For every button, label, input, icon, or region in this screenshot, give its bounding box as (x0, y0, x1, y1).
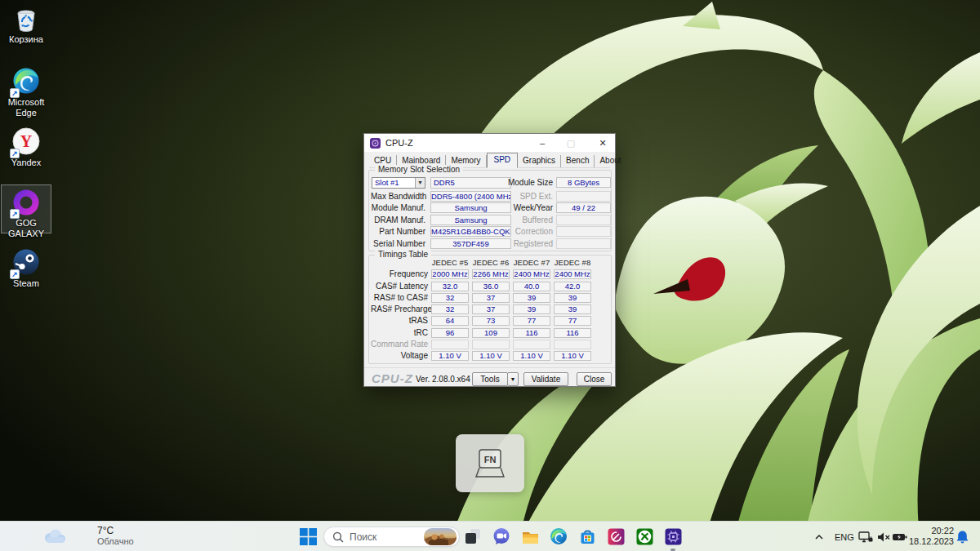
maximize-button[interactable]: ▢ (560, 134, 581, 152)
timings-cell (431, 340, 469, 349)
xbox-button[interactable] (635, 527, 654, 546)
weather-temp: 7°C (97, 525, 134, 536)
chevron-down-icon[interactable]: ▼ (415, 178, 425, 188)
volume-muted[interactable] (876, 522, 891, 551)
search-box[interactable]: Поиск (323, 527, 460, 547)
timings-row-label: Frequency (371, 269, 428, 279)
timings-column-header: JEDEC #7 (513, 258, 550, 268)
slot-type-field: DDR5 (430, 177, 511, 189)
desktop-icon-label: Yandex (0, 158, 52, 168)
timings-cell: 1.10 V (472, 351, 510, 361)
tray-time: 20:22 (905, 526, 954, 536)
language-indicator[interactable]: ENG (835, 522, 854, 551)
search-highlight-image[interactable] (424, 528, 457, 545)
tab-graphics[interactable]: Graphics (518, 155, 561, 167)
gog-galaxy-icon: ↗ (11, 188, 41, 217)
field-label: Serial Number (371, 238, 425, 249)
tab-spd[interactable]: SPD (487, 153, 519, 168)
timings-cell: 1.10 V (513, 351, 550, 361)
windows-logo-icon (300, 528, 317, 545)
desktop-icon-recycle-bin[interactable]: Корзина (0, 4, 52, 45)
timings-grid: JEDEC #5JEDEC #6JEDEC #7JEDEC #8Frequenc… (371, 258, 591, 363)
start-button[interactable] (298, 527, 318, 546)
slot-select-dropdown[interactable]: Slot #1 ▼ (372, 177, 425, 189)
yandex-icon: Y ↗ (11, 127, 41, 157)
amd-adrenalin-button[interactable] (606, 527, 626, 546)
microsoft-store-button[interactable] (577, 527, 597, 546)
field-label: SPD Ext. (501, 191, 553, 202)
close-action-button[interactable]: Close (577, 372, 612, 386)
timings-cell: 116 (554, 328, 591, 338)
notification-center-button[interactable] (956, 522, 969, 551)
timings-cell: 37 (472, 293, 510, 303)
clock[interactable]: 20:22 18.12.2023 (905, 526, 954, 547)
timings-cell: 32.0 (431, 282, 469, 291)
edge-icon (550, 527, 568, 545)
timings-cell: 39 (554, 293, 591, 303)
weather-widget[interactable]: 7°C Облачно (41, 525, 134, 547)
field-label: Module Size (501, 177, 553, 188)
timings-row: RAS# Precharge32373939 (371, 304, 591, 314)
memory-right-rows: Module Size8 GBytesSPD Ext.Week/Year49 /… (501, 177, 611, 250)
memory-left-rows: Max BandwidthDDR5-4800 (2400 MHz)Module … (371, 191, 511, 250)
desktop-icon-label: Microsoft Edge (0, 97, 52, 118)
shortcut-arrow-icon: ↗ (10, 269, 20, 279)
timings-cell: 77 (513, 316, 550, 326)
timings-row: CAS# Latency32.036.040.042.0 (371, 282, 591, 291)
tray-overflow-button[interactable] (813, 522, 825, 551)
field-value: 49 / 22 (556, 202, 611, 213)
field-label: DRAM Manuf. (371, 215, 425, 225)
timings-cell: 1.10 V (431, 351, 469, 361)
task-view-button[interactable] (463, 527, 483, 546)
timings-cell: 96 (431, 328, 469, 338)
recycle-bin-icon (11, 4, 41, 33)
cpuz-app-icon (370, 138, 381, 149)
timings-cell: 32 (431, 304, 469, 314)
memory-field-row: DRAM Manuf.Samsung (371, 215, 511, 225)
timings-column-header: JEDEC #6 (472, 258, 510, 268)
validate-button[interactable]: Validate (523, 372, 568, 386)
desktop-icon-edge[interactable]: ↗ Microsoft Edge (0, 67, 52, 118)
field-value (556, 226, 611, 237)
network-status[interactable] (858, 522, 873, 551)
store-icon (578, 527, 597, 546)
timings-cell: 2400 MHz (513, 269, 550, 279)
desktop-icon-label: Steam (0, 278, 52, 289)
tab-bench[interactable]: Bench (561, 155, 595, 167)
minimize-button[interactable]: – (532, 134, 553, 152)
timings-row-label: RAS# to CAS# (371, 293, 428, 303)
timings-row: tRC96109116116 (371, 328, 591, 338)
memory-field-row: Module Manuf.Samsung (371, 202, 511, 213)
field-label: Max Bandwidth (371, 191, 425, 202)
tray-date: 18.12.2023 (905, 536, 954, 547)
memory-field-row: SPD Ext. (501, 191, 611, 202)
memory-field-row: Serial Number357DF459 (371, 238, 511, 249)
timings-cell (472, 340, 510, 349)
field-label: Part Number (371, 226, 425, 237)
field-value: Samsung (430, 215, 511, 225)
close-button[interactable]: ✕ (592, 134, 613, 152)
field-label: Correction (501, 226, 553, 237)
timings-cell: 77 (554, 316, 591, 326)
search-icon (332, 531, 344, 543)
memory-field-row: Correction (501, 226, 611, 237)
desktop-screen: Корзина ↗ Microsoft Edge (0, 0, 980, 551)
desktop-icon-yandex[interactable]: Y ↗ Yandex (0, 127, 52, 168)
edge-browser-button[interactable] (549, 527, 568, 546)
edge-icon: ↗ (11, 67, 41, 96)
desktop-icon-steam[interactable]: ↗ Steam (0, 248, 52, 289)
tools-dropdown-button[interactable]: ▼ (507, 372, 519, 386)
field-value (556, 191, 611, 202)
tab-about[interactable]: About (595, 155, 626, 167)
memory-field-row: Registered (501, 238, 611, 249)
cpuz-taskbar-button[interactable] (663, 527, 683, 546)
field-value: DDR5-4800 (2400 MHz) (430, 191, 511, 202)
cpuz-footer: CPU-Z Ver. 2.08.0.x64 Tools ▼ Validate C… (364, 367, 615, 388)
timings-cell: 1.10 V (554, 351, 591, 361)
desktop-icon-gog-galaxy[interactable]: ↗ GOG GALAXY (0, 188, 52, 239)
file-explorer-button[interactable] (520, 527, 540, 546)
task-view-icon (464, 527, 482, 545)
tools-button[interactable]: Tools (472, 372, 508, 386)
chat-button[interactable] (492, 527, 511, 546)
field-label: Buffered (501, 215, 553, 225)
